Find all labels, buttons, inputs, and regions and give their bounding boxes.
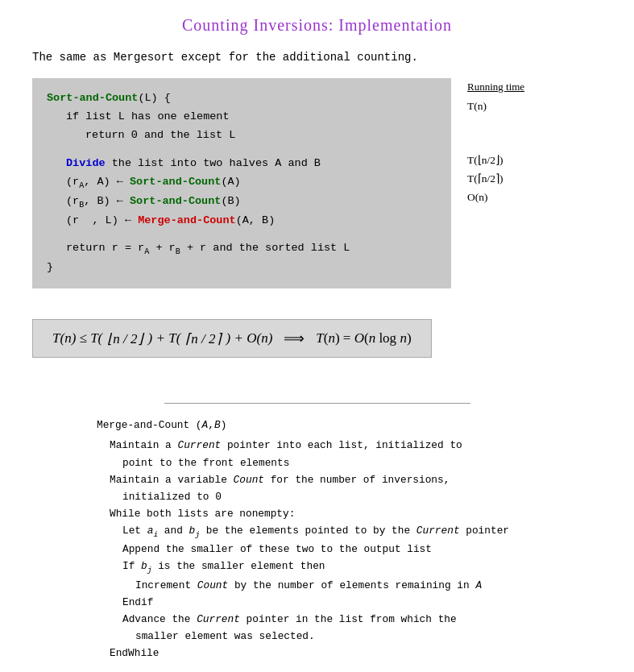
merge-line-1: Maintain a Current pointer into each lis… — [97, 437, 602, 454]
merge-line-4: initialized to 0 — [97, 488, 602, 505]
page-title: Counting Inversions: Implementation — [32, 16, 602, 35]
merge-line-5: While both lists are nonempty: — [97, 505, 602, 522]
merge-line-9: Increment Count by the number of element… — [97, 577, 602, 594]
code-line-7: (r , L) ← Merge-and-Count(A, B) — [47, 212, 437, 230]
code-line-9: } — [47, 259, 437, 277]
recurrence-ceil: ⌈n / 2⌉ — [185, 330, 221, 347]
merge-line-7: Append the smaller of these two to the o… — [97, 541, 602, 558]
merge-count-block: Merge-and-Count (A,B) Maintain a Current… — [32, 417, 602, 662]
merge-line-12: smaller element was selected. — [97, 628, 602, 645]
running-time-panel: Running time T(n) T(⌊n/2⌋) T(⌈n/2⌉) O(n) — [451, 78, 602, 207]
recurrence-right: ) + O(n) — [226, 330, 273, 346]
rt-floor: T(⌊n/2⌋) — [467, 151, 602, 170]
running-time-header: Running time — [467, 78, 602, 96]
recurrence-left: T(n) ≤ T( — [52, 330, 102, 346]
recurrence-result: T(n) = O(n log n) — [316, 330, 411, 346]
recurrence-mid: ) + T( — [148, 330, 181, 346]
merge-func-header: Merge-and-Count (A,B) — [97, 417, 602, 433]
code-line-4: Divide the list into two halves A and B — [47, 155, 437, 173]
subtitle: The same as Mergesort except for the add… — [32, 51, 602, 64]
merge-line-3: Maintain a variable Count for the number… — [97, 471, 602, 488]
code-line-5: (rA, A) ← Sort-and-Count(A) — [47, 173, 437, 193]
merge-line-8: If bj is the smaller element then — [97, 558, 602, 576]
code-line-8: return r = rA + rB + r and the sorted li… — [47, 239, 437, 259]
code-line-1: Sort-and-Count(L) { — [47, 89, 437, 108]
merge-line-13: EndWhile — [97, 645, 602, 662]
code-line-2: if list L has one element — [47, 108, 437, 127]
rt-entries: T(n) T(⌊n/2⌋) T(⌈n/2⌉) O(n) — [467, 97, 602, 207]
recurrence-box: T(n) ≤ T( ⌊n / 2⌋ ) + T( ⌈n / 2⌉ ) + O(n… — [32, 319, 432, 358]
divider — [164, 403, 470, 404]
code-line-6: (rB, B) ← Sort-and-Count(B) — [47, 193, 437, 212]
rt-ceil: T(⌈n/2⌉) — [467, 170, 602, 189]
rt-on: O(n) — [467, 189, 602, 207]
merge-line-6: Let ai and bj be the elements pointed to… — [97, 522, 602, 541]
main-layout: Sort-and-Count(L) { if list L has one el… — [32, 78, 602, 288]
recurrence-arrow: ⟹ — [284, 330, 305, 347]
recurrence-line: T(n) ≤ T( ⌊n / 2⌋ ) + T( ⌈n / 2⌉ ) + O(n… — [52, 330, 412, 347]
code-block: Sort-and-Count(L) { if list L has one el… — [32, 78, 451, 288]
merge-line-10: Endif — [97, 594, 602, 611]
recurrence-floor: ⌊n / 2⌋ — [107, 330, 143, 347]
rt-tn: T(n) — [467, 97, 602, 116]
code-line-3: return 0 and the list L — [47, 127, 437, 145]
merge-line-2: point to the front elements — [97, 454, 602, 471]
merge-line-11: Advance the Current pointer in the list … — [97, 611, 602, 628]
